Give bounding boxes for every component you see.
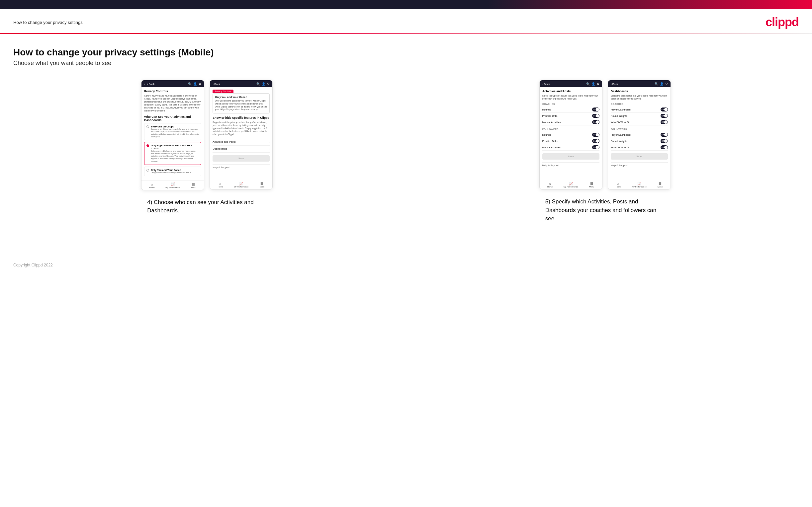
radio-everyone[interactable] bbox=[146, 125, 149, 128]
back-button-4[interactable]: ‹ Back bbox=[611, 82, 618, 86]
header-icons-2: 🔍 👤 ⚙ bbox=[256, 82, 270, 86]
save-button-3[interactable]: Save bbox=[542, 153, 600, 160]
option-approved[interactable]: Only Approved Followers and Your Coach O… bbox=[144, 142, 201, 165]
profile-icon[interactable]: 👤 bbox=[193, 82, 197, 86]
coaches-label-4: COACHES bbox=[611, 103, 668, 105]
search-icon[interactable]: 🔍 bbox=[188, 82, 192, 86]
settings-icon-4[interactable]: ⚙ bbox=[665, 82, 668, 86]
what-to-work-label-follower: What To Work On bbox=[611, 146, 630, 149]
home-icon-2: ⌂ bbox=[219, 182, 221, 185]
menu-label-2: Menu bbox=[259, 186, 264, 188]
radio-only-you[interactable] bbox=[146, 169, 149, 172]
save-button-2[interactable]: Save bbox=[212, 155, 270, 162]
toggle-knob bbox=[664, 139, 667, 143]
nav-home-3[interactable]: ⌂ Home bbox=[540, 182, 561, 188]
nav-performance-3[interactable]: 📈 My Performance bbox=[560, 182, 581, 188]
phone-header-4: ‹ Back 🔍 👤 ⚙ bbox=[608, 80, 670, 87]
profile-icon-3[interactable]: 👤 bbox=[592, 82, 595, 86]
settings-icon-2[interactable]: ⚙ bbox=[267, 82, 270, 86]
back-button-2[interactable]: ‹ Back bbox=[212, 82, 220, 86]
toggle-knob bbox=[596, 146, 599, 149]
option-only-you[interactable]: Only You and Your Coach Only you and the… bbox=[144, 167, 201, 176]
help-row-2: Help & Support bbox=[212, 164, 270, 170]
who-can-see-title: Who Can See Your Activities and Dashboar… bbox=[144, 115, 201, 122]
toggle-drills-follower-switch[interactable]: ON bbox=[592, 139, 600, 143]
toggle-knob bbox=[664, 146, 667, 149]
nav-menu-3[interactable]: ☰ Menu bbox=[581, 182, 602, 188]
menu-activities[interactable]: Activities and Posts › bbox=[212, 139, 270, 146]
toggle-round-insights-follower: Round Insights ON bbox=[611, 138, 668, 144]
breadcrumb: How to change your privacy settings bbox=[13, 20, 83, 25]
phone-body-2: Privacy Controls Only You and Your Coach… bbox=[210, 87, 272, 180]
top-bar bbox=[0, 0, 812, 9]
toggle-drills-coach: Practice Drills ON bbox=[542, 113, 600, 119]
back-button-3[interactable]: ‹ Back bbox=[542, 82, 550, 86]
home-label-4: Home bbox=[616, 186, 621, 188]
toggle-player-dash-coach-switch[interactable]: ON bbox=[661, 108, 668, 111]
profile-icon-2[interactable]: 👤 bbox=[262, 82, 265, 86]
nav-menu-4[interactable]: ☰ Menu bbox=[650, 182, 670, 188]
screenshot-pair-2: ‹ Back 🔍 👤 ⚙ Activities and Posts Select… bbox=[539, 80, 671, 189]
toggle-what-to-work-coach-switch[interactable]: ON bbox=[661, 120, 668, 124]
toggle-round-insights-coach: Round Insights ON bbox=[611, 113, 668, 119]
help-row-4: Help & Support bbox=[611, 162, 668, 168]
phone-body-1: Privacy Controls Control how you and you… bbox=[142, 87, 204, 180]
header-icons-1: 🔍 👤 ⚙ bbox=[188, 82, 201, 86]
profile-icon-4[interactable]: 👤 bbox=[660, 82, 664, 86]
settings-icon-3[interactable]: ⚙ bbox=[597, 82, 600, 86]
phone-screen-1: ‹ < Back 🔍 👤 ⚙ Privacy Controls Control … bbox=[141, 80, 204, 190]
nav-performance-4[interactable]: 📈 My Performance bbox=[629, 182, 650, 188]
nav-menu-1[interactable]: ☰ Menu bbox=[183, 182, 204, 188]
phone-header-3: ‹ Back 🔍 👤 ⚙ bbox=[540, 80, 602, 87]
manual-label-follower: Manual Activities bbox=[542, 146, 561, 149]
bottom-nav-1: ⌂ Home 📈 My Performance ☰ Menu bbox=[142, 180, 204, 190]
settings-icon[interactable]: ⚙ bbox=[199, 82, 201, 86]
phone-body-3: Activities and Posts Select the types of… bbox=[540, 87, 602, 180]
toggle-rounds-follower-switch[interactable]: ON bbox=[592, 133, 600, 137]
followers-label-4: FOLLOWERS bbox=[611, 128, 668, 130]
toggle-manual-coach-switch[interactable]: ON bbox=[592, 120, 600, 124]
toggle-round-insights-coach-switch[interactable]: ON bbox=[661, 114, 668, 118]
nav-menu-2[interactable]: ☰ Menu bbox=[252, 182, 273, 188]
logo: clippd bbox=[765, 15, 799, 29]
performance-label-4: My Performance bbox=[632, 186, 647, 188]
nav-performance-2[interactable]: 📈 My Performance bbox=[231, 182, 252, 188]
save-button-4[interactable]: Save bbox=[611, 153, 668, 160]
dropdown-card[interactable]: Only You and Your Coach Only you and the… bbox=[212, 93, 270, 113]
header-icons-4: 🔍 👤 ⚙ bbox=[655, 82, 668, 86]
toggle-player-dash-follower-switch[interactable]: ON bbox=[661, 133, 668, 137]
performance-label-1: My Performance bbox=[165, 186, 180, 188]
header-divider bbox=[0, 33, 812, 34]
menu-label-1: Menu bbox=[191, 186, 196, 188]
toggle-rounds-coach-switch[interactable]: ON bbox=[592, 108, 600, 111]
search-icon-4[interactable]: 🔍 bbox=[655, 82, 658, 86]
caption-4: 4) Choose who can see your Activities an… bbox=[147, 198, 267, 215]
toggle-round-insights-follower-switch[interactable]: ON bbox=[661, 139, 668, 143]
toggle-knob bbox=[596, 139, 599, 143]
nav-home-1[interactable]: ⌂ Home bbox=[142, 182, 162, 188]
search-icon-2[interactable]: 🔍 bbox=[256, 82, 260, 86]
performance-icon-3: 📈 bbox=[569, 182, 573, 185]
toggle-knob bbox=[596, 108, 599, 111]
screenshot-group-1: ‹ < Back 🔍 👤 ⚙ Privacy Controls Control … bbox=[13, 80, 401, 215]
nav-home-4[interactable]: ⌂ Home bbox=[608, 182, 629, 188]
nav-home-2[interactable]: ⌂ Home bbox=[210, 182, 231, 188]
option-everyone[interactable]: Everyone on Clippd Everyone on Clippd ca… bbox=[144, 123, 201, 140]
menu-icon-3: ☰ bbox=[590, 182, 593, 185]
menu-dashboards[interactable]: Dashboards › bbox=[212, 146, 270, 153]
drills-label-coach: Practice Drills bbox=[542, 114, 558, 117]
manual-label-coach: Manual Activities bbox=[542, 121, 561, 124]
back-button-1[interactable]: ‹ < Back bbox=[144, 82, 154, 86]
player-dash-label-coach: Player Dashboard bbox=[611, 108, 631, 111]
copyright: Copyright Clippd 2022 bbox=[13, 263, 53, 268]
phone-screen-2: ‹ Back 🔍 👤 ⚙ Privacy Controls Only You a… bbox=[210, 80, 273, 189]
toggle-what-to-work-follower-switch[interactable]: ON bbox=[661, 145, 668, 149]
search-icon-3[interactable]: 🔍 bbox=[586, 82, 590, 86]
what-to-work-label-coach: What To Work On bbox=[611, 121, 630, 124]
toggle-drills-coach-switch[interactable]: ON bbox=[592, 114, 600, 118]
rounds-label-coach: Rounds bbox=[542, 108, 551, 111]
activities-label: Activities and Posts bbox=[212, 140, 236, 143]
radio-approved[interactable] bbox=[146, 144, 149, 147]
nav-performance-1[interactable]: 📈 My Performance bbox=[162, 182, 183, 188]
toggle-manual-follower-switch[interactable]: ON bbox=[592, 145, 600, 149]
